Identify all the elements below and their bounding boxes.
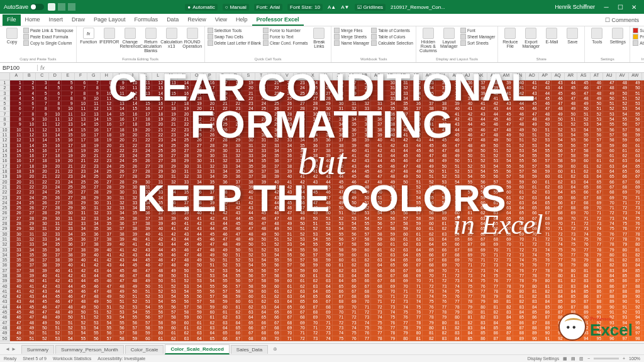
cell[interactable]: 42 <box>139 242 152 247</box>
cell[interactable]: 37 <box>36 258 49 263</box>
cell[interactable]: 41 <box>191 216 204 221</box>
cell[interactable]: 63 <box>526 195 539 200</box>
cell[interactable]: 36 <box>333 133 346 138</box>
row-header[interactable]: 35 <box>0 258 10 263</box>
cell[interactable]: 32 <box>165 180 178 185</box>
cell[interactable]: 28 <box>294 106 307 111</box>
cell[interactable]: 6 <box>23 101 36 106</box>
cell[interactable]: 86 <box>565 299 578 304</box>
cell[interactable]: 76 <box>577 242 591 247</box>
cell[interactable]: 60 <box>333 258 346 263</box>
cell[interactable]: 68 <box>333 299 346 304</box>
cell[interactable]: 27 <box>242 122 255 127</box>
cell[interactable]: 33 <box>397 91 410 96</box>
cell[interactable]: 76 <box>397 315 410 320</box>
cell[interactable]: 78 <box>462 299 475 304</box>
cell[interactable]: 77 <box>423 310 436 315</box>
cell[interactable]: 44 <box>423 138 436 143</box>
cell[interactable]: 48 <box>577 96 591 101</box>
cell[interactable]: 80 <box>616 248 630 253</box>
cell[interactable]: 50 <box>552 117 565 122</box>
cell[interactable]: 58 <box>204 299 217 304</box>
cell[interactable]: 50 <box>36 326 49 331</box>
cell[interactable]: 71 <box>565 221 578 226</box>
cell[interactable]: 10 <box>49 112 62 117</box>
cell[interactable]: 18 <box>36 158 49 163</box>
cell[interactable]: 79 <box>642 232 645 237</box>
cell[interactable]: 44 <box>139 253 152 258</box>
cell[interactable]: 54 <box>358 216 372 221</box>
cell[interactable]: 58 <box>565 153 578 158</box>
cell[interactable]: 39 <box>268 174 281 179</box>
cell[interactable]: 26 <box>319 85 333 90</box>
cell[interactable]: 42 <box>345 158 358 163</box>
cell[interactable]: 68 <box>410 268 423 273</box>
cell[interactable]: 34 <box>75 226 88 231</box>
cell[interactable]: 49 <box>307 211 320 216</box>
cell[interactable]: 86 <box>591 289 604 294</box>
cell[interactable]: 12 <box>23 133 36 138</box>
cell[interactable]: 86 <box>616 278 630 283</box>
cell[interactable]: 32 <box>10 242 23 247</box>
cell[interactable]: 55 <box>216 278 230 283</box>
cell[interactable]: 33 <box>101 211 114 216</box>
cell[interactable]: 25 <box>62 185 75 190</box>
cell[interactable]: 43 <box>126 253 140 258</box>
cell[interactable]: 55 <box>87 331 101 336</box>
cell[interactable]: 70 <box>513 237 526 242</box>
cell[interactable]: 31 <box>36 226 49 231</box>
cell[interactable]: 44 <box>191 232 204 237</box>
cell[interactable]: 69 <box>268 331 281 336</box>
cell[interactable]: 52 <box>448 169 462 174</box>
cell[interactable]: 45 <box>500 112 513 117</box>
cell[interactable]: 49 <box>565 106 578 111</box>
sheet-manager[interactable]: Sheet Manager <box>460 34 495 40</box>
iferror-button[interactable]: IFERROR <box>100 28 119 44</box>
cell[interactable]: 45 <box>49 294 62 299</box>
cell[interactable]: 18 <box>126 122 140 127</box>
cell[interactable]: 46 <box>255 216 269 221</box>
cell[interactable]: 25 <box>23 200 36 206</box>
cell[interactable]: 88 <box>500 336 513 341</box>
cell[interactable]: 70 <box>436 268 449 273</box>
cell[interactable]: 44 <box>539 91 552 96</box>
cell[interactable]: 78 <box>526 273 539 278</box>
cell[interactable]: 56 <box>139 315 152 320</box>
cell[interactable]: 75 <box>358 326 372 331</box>
cell[interactable]: 45 <box>539 96 552 101</box>
cell[interactable]: 61 <box>552 174 565 179</box>
cell[interactable]: 32 <box>268 138 281 143</box>
cell[interactable]: 48 <box>36 315 49 320</box>
cell[interactable]: 26 <box>101 174 114 179</box>
cell[interactable]: 68 <box>565 206 578 211</box>
cell[interactable]: 53 <box>255 253 269 258</box>
cell[interactable]: 56 <box>255 268 269 273</box>
cell[interactable]: 58 <box>178 310 191 315</box>
cell[interactable]: 55 <box>487 169 501 174</box>
cell[interactable]: 49 <box>448 153 462 158</box>
cell[interactable]: 71 <box>474 258 487 263</box>
cell[interactable]: 33 <box>255 148 269 153</box>
cell[interactable]: 83 <box>436 336 449 341</box>
cell[interactable]: 67 <box>552 206 565 211</box>
cells-grid[interactable]: 1234567891011121314151617181920212223242… <box>10 80 644 343</box>
cell[interactable]: 41 <box>474 101 487 106</box>
cell[interactable]: 36 <box>397 106 410 111</box>
cell[interactable]: 73 <box>500 258 513 263</box>
cell[interactable]: 27 <box>152 158 165 163</box>
cell[interactable]: 31 <box>397 80 410 85</box>
cell[interactable]: 86 <box>577 294 591 299</box>
cell[interactable]: 59 <box>410 221 423 226</box>
cell[interactable]: 42 <box>448 117 462 122</box>
cell[interactable]: 59 <box>281 273 294 278</box>
cell[interactable]: 46 <box>410 153 423 158</box>
cell[interactable]: 37 <box>333 138 346 143</box>
cell[interactable]: 39 <box>397 122 410 127</box>
cell[interactable]: 42 <box>113 253 126 258</box>
cell[interactable]: 61 <box>513 190 526 195</box>
cell[interactable]: 60 <box>178 321 191 326</box>
cell[interactable]: 21 <box>113 143 126 148</box>
cell[interactable]: 23 <box>87 164 101 169</box>
cell[interactable]: 24 <box>139 148 152 153</box>
cell[interactable]: 57 <box>294 258 307 263</box>
